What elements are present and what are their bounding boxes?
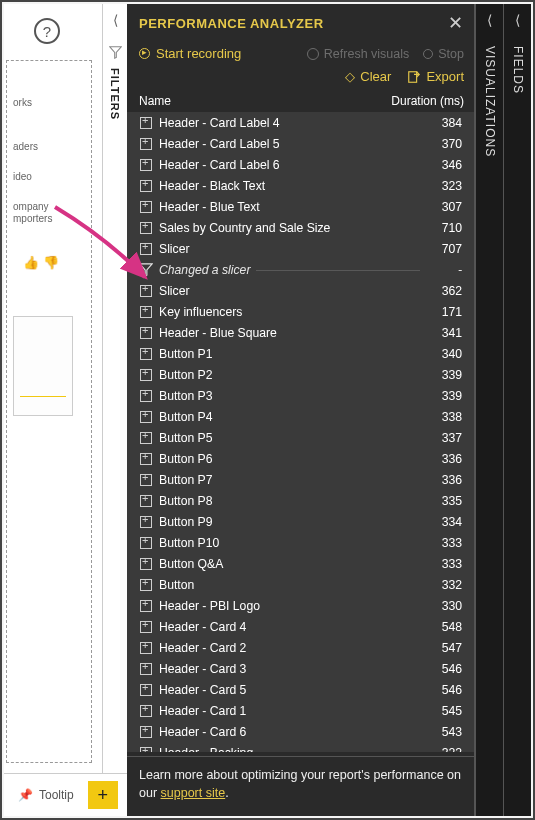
panel-close-button[interactable]: ✕ bbox=[442, 12, 468, 34]
filter-icon bbox=[139, 263, 153, 277]
row-duration: 322 bbox=[420, 746, 462, 753]
row-duration: 336 bbox=[420, 473, 462, 487]
visual-row[interactable]: Button P2339 bbox=[127, 364, 468, 385]
visualizations-pane-collapsed: ⟨ VISUALIZATIONS bbox=[475, 4, 503, 816]
expand-icon[interactable] bbox=[139, 662, 153, 676]
row-name: Changed a slicer bbox=[159, 263, 420, 277]
stop-button[interactable]: Stop bbox=[423, 47, 464, 61]
visual-row[interactable]: Sales by Country and Sale Size710 bbox=[127, 217, 468, 238]
expand-icon[interactable] bbox=[139, 158, 153, 172]
row-duration: 548 bbox=[420, 620, 462, 634]
record-icon bbox=[139, 48, 150, 59]
expand-icon[interactable] bbox=[139, 620, 153, 634]
visual-row[interactable]: Button P9334 bbox=[127, 511, 468, 532]
expand-icon[interactable] bbox=[139, 410, 153, 424]
visual-row[interactable]: Button P7336 bbox=[127, 469, 468, 490]
row-duration: 334 bbox=[420, 515, 462, 529]
row-name: Header - PBI Logo bbox=[159, 599, 420, 613]
expand-icon[interactable] bbox=[139, 683, 153, 697]
event-row[interactable]: Changed a slicer- bbox=[127, 259, 468, 280]
expand-icon[interactable] bbox=[139, 368, 153, 382]
add-page-button[interactable]: + bbox=[88, 781, 118, 809]
visual-row[interactable]: Button P1340 bbox=[127, 343, 468, 364]
expand-icon[interactable] bbox=[139, 704, 153, 718]
visual-row[interactable]: Button P3339 bbox=[127, 385, 468, 406]
expand-icon[interactable] bbox=[139, 221, 153, 235]
visual-row[interactable]: Button P6336 bbox=[127, 448, 468, 469]
expand-icon[interactable] bbox=[139, 200, 153, 214]
visual-row[interactable]: Button P10333 bbox=[127, 532, 468, 553]
panel-title: PERFORMANCE ANALYZER bbox=[139, 16, 442, 31]
visual-row[interactable]: Header - Blue Square341 bbox=[127, 322, 468, 343]
expand-icon[interactable] bbox=[139, 536, 153, 550]
row-duration: 171 bbox=[420, 305, 462, 319]
visual-row[interactable]: Header - Card 5546 bbox=[127, 679, 468, 700]
refresh-icon bbox=[307, 48, 319, 60]
expand-icon[interactable] bbox=[139, 347, 153, 361]
expand-icon[interactable] bbox=[139, 116, 153, 130]
visual-row[interactable]: Header - Card 6543 bbox=[127, 721, 468, 742]
row-name: Header - Card 5 bbox=[159, 683, 420, 697]
expand-icon[interactable] bbox=[139, 389, 153, 403]
expand-icon[interactable] bbox=[139, 326, 153, 340]
expand-icon[interactable] bbox=[139, 242, 153, 256]
thumbs-down-icon[interactable]: 👎 bbox=[43, 255, 59, 270]
visual-row[interactable]: Button332 bbox=[127, 574, 468, 595]
expand-icon[interactable] bbox=[139, 557, 153, 571]
visual-row[interactable]: Header - Card 2547 bbox=[127, 637, 468, 658]
expand-icon[interactable] bbox=[139, 494, 153, 508]
results-list-scroll[interactable]: Header - Card Label 4384Header - Card La… bbox=[127, 112, 474, 752]
expand-icon[interactable] bbox=[139, 746, 153, 753]
row-duration: 337 bbox=[420, 431, 462, 445]
visual-row[interactable]: Button P8335 bbox=[127, 490, 468, 511]
filters-expand-chevron-icon[interactable]: ⟨ bbox=[113, 4, 118, 46]
row-duration: 545 bbox=[420, 704, 462, 718]
thumbs-up-icon[interactable]: 👍 bbox=[23, 255, 39, 270]
visual-row[interactable]: Header - Black Text323 bbox=[127, 175, 468, 196]
visual-row[interactable]: Header - Card 4548 bbox=[127, 616, 468, 637]
expand-icon[interactable] bbox=[139, 641, 153, 655]
help-icon[interactable]: ? bbox=[34, 18, 60, 44]
stop-icon bbox=[423, 49, 433, 59]
visual-row[interactable]: Header - Card Label 6346 bbox=[127, 154, 468, 175]
expand-icon[interactable] bbox=[139, 305, 153, 319]
expand-icon[interactable] bbox=[139, 137, 153, 151]
expand-icon[interactable] bbox=[139, 431, 153, 445]
visual-row[interactable]: Header - PBI Logo330 bbox=[127, 595, 468, 616]
refresh-visuals-button[interactable]: Refresh visuals bbox=[307, 47, 409, 61]
visual-row[interactable]: Header - Blue Text307 bbox=[127, 196, 468, 217]
row-name: Header - Card 2 bbox=[159, 641, 420, 655]
export-button[interactable]: Export bbox=[407, 69, 464, 84]
visual-row[interactable]: Header - Card Label 5370 bbox=[127, 133, 468, 154]
page-tab-tooltip[interactable]: 📌 Tooltip bbox=[8, 781, 84, 809]
start-recording-button[interactable]: Start recording bbox=[139, 46, 241, 61]
visualizations-expand-chevron-icon[interactable]: ⟨ bbox=[487, 4, 492, 46]
visual-row[interactable]: Header - Card 3546 bbox=[127, 658, 468, 679]
visual-row[interactable]: Header - Card 1545 bbox=[127, 700, 468, 721]
visual-row[interactable]: Button P5337 bbox=[127, 427, 468, 448]
expand-icon[interactable] bbox=[139, 515, 153, 529]
clear-button[interactable]: ◇ Clear bbox=[345, 69, 391, 84]
expand-icon[interactable] bbox=[139, 452, 153, 466]
visual-row[interactable]: Button P4338 bbox=[127, 406, 468, 427]
visual-row[interactable]: Slicer707 bbox=[127, 238, 468, 259]
row-name: Header - Card 4 bbox=[159, 620, 420, 634]
expand-icon[interactable] bbox=[139, 179, 153, 193]
clear-label: Clear bbox=[360, 69, 391, 84]
visual-row[interactable]: Slicer362 bbox=[127, 280, 468, 301]
visual-row[interactable]: Key influencers171 bbox=[127, 301, 468, 322]
fields-expand-chevron-icon[interactable]: ⟨ bbox=[515, 4, 520, 46]
row-duration: 332 bbox=[420, 578, 462, 592]
filters-label: FILTERS bbox=[109, 68, 121, 120]
fields-label: FIELDS bbox=[511, 46, 525, 94]
expand-icon[interactable] bbox=[139, 578, 153, 592]
expand-icon[interactable] bbox=[139, 473, 153, 487]
expand-icon[interactable] bbox=[139, 599, 153, 613]
row-duration: 335 bbox=[420, 494, 462, 508]
expand-icon[interactable] bbox=[139, 284, 153, 298]
expand-icon[interactable] bbox=[139, 725, 153, 739]
support-site-link[interactable]: support site bbox=[161, 786, 226, 800]
visual-row[interactable]: Header - Backing322 bbox=[127, 742, 468, 752]
visual-row[interactable]: Button Q&A333 bbox=[127, 553, 468, 574]
visual-row[interactable]: Header - Card Label 4384 bbox=[127, 112, 468, 133]
